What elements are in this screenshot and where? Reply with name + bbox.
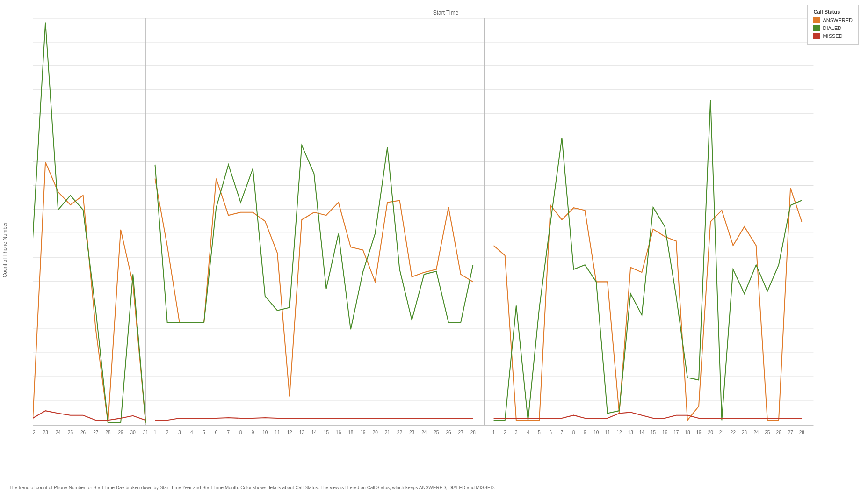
svg-text:31: 31 (143, 430, 148, 435)
feb-x-labels: 1 2 3 4 5 6 7 8 9 10 11 12 13 14 15 16 1… (154, 430, 476, 435)
svg-text:28: 28 (799, 430, 804, 435)
jan-x-labels: 22 23 24 25 26 27 28 29 30 31 (33, 430, 148, 435)
svg-text:22: 22 (731, 430, 736, 435)
svg-text:4: 4 (190, 430, 193, 435)
chart-container: Start Time Call Status ANSWERED DIALED M… (0, 0, 868, 494)
jan-answered-line (33, 162, 145, 423)
dialed-color-swatch (813, 25, 820, 31)
svg-text:10: 10 (262, 430, 268, 435)
svg-text:15: 15 (324, 430, 329, 435)
svg-text:23: 23 (43, 430, 48, 435)
svg-text:28: 28 (105, 430, 110, 435)
svg-text:24: 24 (421, 430, 427, 435)
svg-text:21: 21 (719, 430, 724, 435)
jan-dialed-line (33, 23, 145, 423)
svg-text:26: 26 (80, 430, 86, 435)
feb-missed-line (155, 418, 473, 420)
svg-text:9: 9 (584, 430, 586, 435)
svg-text:4: 4 (527, 430, 529, 435)
svg-text:9: 9 (252, 430, 254, 435)
svg-text:11: 11 (605, 430, 610, 435)
svg-text:25: 25 (68, 430, 73, 435)
svg-text:28: 28 (470, 430, 476, 435)
svg-text:1: 1 (492, 430, 495, 435)
svg-text:26: 26 (776, 430, 781, 435)
svg-text:6: 6 (215, 430, 217, 435)
svg-text:24: 24 (56, 430, 61, 435)
answered-label: ANSWERED (823, 17, 853, 23)
svg-text:29: 29 (118, 430, 123, 435)
svg-text:1: 1 (154, 430, 157, 435)
svg-text:12: 12 (287, 430, 292, 435)
svg-text:16: 16 (336, 430, 341, 435)
svg-text:14: 14 (311, 430, 317, 435)
svg-text:27: 27 (788, 430, 793, 435)
feb-answered-line (155, 179, 473, 397)
svg-text:8: 8 (239, 430, 242, 435)
feb-dialed-line (155, 145, 473, 330)
svg-text:19: 19 (696, 430, 701, 435)
svg-text:19: 19 (360, 430, 365, 435)
legend: Call Status ANSWERED DIALED MISSED (807, 5, 859, 45)
svg-text:13: 13 (628, 430, 633, 435)
legend-item-dialed: DIALED (813, 25, 853, 31)
gridlines (33, 18, 813, 425)
svg-text:30: 30 (130, 430, 136, 435)
svg-text:22: 22 (33, 430, 36, 435)
chart-caption: The trend of count of Phone Number for S… (9, 485, 859, 490)
chart-title: Start Time (33, 9, 859, 16)
legend-item-answered: ANSWERED (813, 17, 853, 23)
answered-color-swatch (813, 17, 820, 23)
svg-text:23: 23 (742, 430, 747, 435)
svg-text:22: 22 (397, 430, 402, 435)
svg-text:2: 2 (166, 430, 169, 435)
svg-text:11: 11 (275, 430, 280, 435)
svg-text:12: 12 (617, 430, 622, 435)
jan-missed-line (33, 411, 145, 420)
legend-title: Call Status (813, 9, 853, 15)
missed-label: MISSED (823, 33, 842, 39)
svg-text:27: 27 (93, 430, 98, 435)
svg-text:16: 16 (662, 430, 667, 435)
svg-text:3: 3 (178, 430, 181, 435)
mar-dialed-line (494, 100, 802, 420)
y-axis-label: Count of Phone Number (2, 222, 7, 278)
svg-text:5: 5 (538, 430, 541, 435)
svg-text:23: 23 (409, 430, 414, 435)
dialed-label: DIALED (823, 25, 841, 31)
svg-text:20: 20 (708, 430, 713, 435)
svg-text:27: 27 (458, 430, 463, 435)
svg-text:3: 3 (515, 430, 518, 435)
svg-text:5: 5 (203, 430, 205, 435)
mar-x-labels: 1 2 3 4 5 6 7 8 9 10 11 12 13 14 15 16 1… (492, 430, 804, 435)
missed-color-swatch (813, 33, 820, 39)
svg-text:2: 2 (504, 430, 506, 435)
legend-item-missed: MISSED (813, 33, 853, 39)
svg-text:20: 20 (373, 430, 378, 435)
svg-text:8: 8 (572, 430, 575, 435)
svg-text:25: 25 (765, 430, 770, 435)
svg-text:7: 7 (561, 430, 564, 435)
svg-text:21: 21 (385, 430, 390, 435)
svg-rect-0 (33, 18, 813, 425)
svg-text:15: 15 (651, 430, 656, 435)
svg-text:25: 25 (434, 430, 439, 435)
svg-text:6: 6 (549, 430, 552, 435)
svg-text:10: 10 (593, 430, 599, 435)
svg-text:14: 14 (639, 430, 644, 435)
line-chart: 170 160 150 140 130 120 110 100 90 80 70… (33, 18, 859, 475)
svg-text:13: 13 (299, 430, 304, 435)
svg-text:17: 17 (673, 430, 679, 435)
svg-text:7: 7 (227, 430, 230, 435)
svg-text:24: 24 (753, 430, 759, 435)
svg-text:18: 18 (348, 430, 353, 435)
svg-text:18: 18 (685, 430, 690, 435)
svg-text:26: 26 (446, 430, 451, 435)
